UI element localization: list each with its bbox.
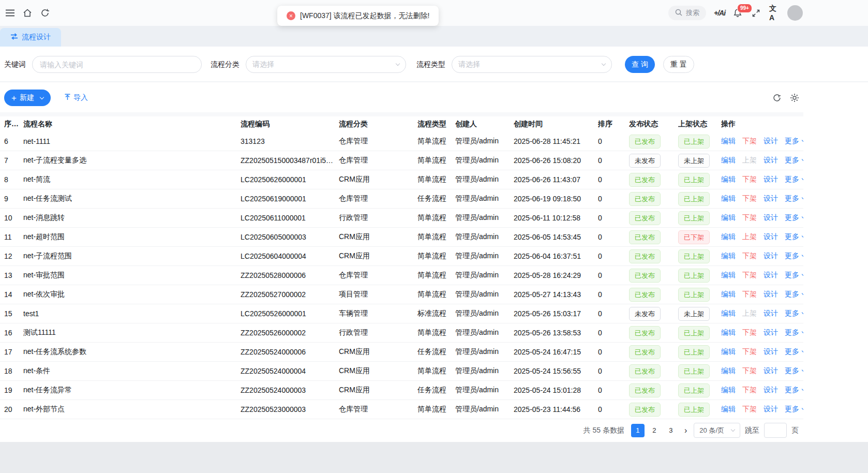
ai-assistant-icon[interactable]: +/Ai (715, 8, 724, 18)
chevron-down-icon (802, 157, 803, 161)
table-refresh-icon[interactable] (772, 93, 782, 102)
edit-link[interactable]: 编辑 (721, 252, 736, 261)
row-actions: 编辑下架设计更多 (721, 137, 803, 146)
take-down-link[interactable]: 下架 (742, 347, 757, 357)
more-link[interactable]: 更多 (785, 137, 803, 146)
design-link[interactable]: 设计 (764, 175, 778, 184)
reset-button[interactable]: 重 置 (663, 56, 694, 73)
take-down-link[interactable]: 下架 (742, 137, 757, 146)
put-on-shelf-link[interactable]: 上架 (742, 232, 757, 242)
design-link[interactable]: 设计 (764, 386, 778, 395)
take-down-link[interactable]: 下架 (742, 386, 757, 395)
edit-link[interactable]: 编辑 (721, 232, 736, 242)
edit-link[interactable]: 编辑 (721, 175, 736, 184)
design-link[interactable]: 设计 (764, 232, 778, 242)
create-button[interactable]: + 新建 (4, 90, 51, 106)
publish-status-badge: 未发布 (629, 307, 661, 321)
more-link[interactable]: 更多 (785, 213, 803, 223)
refresh-icon[interactable] (40, 8, 50, 18)
flow-code: LC20250626000001 (241, 175, 339, 184)
take-down-link[interactable]: 下架 (742, 366, 757, 376)
more-link[interactable]: 更多 (785, 309, 803, 318)
user-avatar[interactable] (787, 5, 803, 21)
take-down-link[interactable]: 下架 (742, 194, 757, 203)
flow-code: ZZ20250524000006 (241, 348, 339, 356)
take-down-link[interactable]: 下架 (742, 175, 757, 184)
more-link[interactable]: 更多 (785, 175, 803, 184)
topbar: × [WF0037] 该流程已发起数据，无法删除! 搜索 +/Ai 99+ 文A (0, 0, 868, 26)
take-down-link[interactable]: 下架 (742, 405, 757, 414)
category-select[interactable]: 请选择 (246, 56, 406, 73)
fullscreen-icon[interactable] (751, 8, 760, 18)
pager-pages: 123 (631, 424, 678, 437)
take-down-link[interactable]: 下架 (742, 213, 757, 223)
more-link[interactable]: 更多 (785, 194, 803, 203)
edit-link[interactable]: 编辑 (721, 328, 736, 337)
publish-status-badge: 已发布 (629, 230, 661, 244)
flow-design-icon (10, 33, 18, 41)
chevron-down-icon (802, 196, 803, 200)
put-on-shelf-link[interactable]: 上架 (742, 156, 757, 165)
design-link[interactable]: 设计 (764, 366, 778, 376)
edit-link[interactable]: 编辑 (721, 271, 736, 280)
type-select[interactable]: 请选择 (452, 56, 612, 73)
more-link[interactable]: 更多 (785, 405, 803, 414)
more-link[interactable]: 更多 (785, 271, 803, 280)
take-down-link[interactable]: 下架 (742, 252, 757, 261)
column-header-0: 序号 (4, 120, 23, 129)
page-size-select[interactable]: 20 条/页 (694, 423, 740, 438)
page-button-2[interactable]: 2 (648, 424, 661, 437)
search-button[interactable]: 查 询 (625, 56, 655, 73)
more-link[interactable]: 更多 (785, 290, 803, 299)
edit-link[interactable]: 编辑 (721, 366, 736, 376)
edit-link[interactable]: 编辑 (721, 386, 736, 395)
more-link[interactable]: 更多 (785, 328, 803, 337)
more-link[interactable]: 更多 (785, 252, 803, 261)
edit-link[interactable]: 编辑 (721, 347, 736, 357)
edit-link[interactable]: 编辑 (721, 156, 736, 165)
design-link[interactable]: 设计 (764, 156, 778, 165)
edit-link[interactable]: 编辑 (721, 194, 736, 203)
more-link[interactable]: 更多 (785, 156, 803, 165)
edit-link[interactable]: 编辑 (721, 213, 736, 223)
page-button-3[interactable]: 3 (664, 424, 678, 437)
design-link[interactable]: 设计 (764, 290, 778, 299)
design-link[interactable]: 设计 (764, 347, 778, 357)
edit-link[interactable]: 编辑 (721, 290, 736, 299)
more-link[interactable]: 更多 (785, 232, 803, 242)
take-down-link[interactable]: 下架 (742, 290, 757, 299)
hamburger-menu-icon[interactable] (5, 8, 14, 18)
tab-flow-design[interactable]: 流程设计 (0, 28, 61, 47)
jump-prefix-label: 跳至 (745, 426, 759, 435)
put-on-shelf-link[interactable]: 上架 (742, 309, 757, 318)
home-icon[interactable] (23, 8, 32, 18)
notifications-bell-icon[interactable]: 99+ (733, 8, 742, 18)
edit-link[interactable]: 编辑 (721, 309, 736, 318)
search-icon (675, 9, 682, 18)
keyword-input[interactable] (32, 56, 202, 73)
design-link[interactable]: 设计 (764, 405, 778, 414)
page-button-1[interactable]: 1 (631, 424, 645, 437)
design-link[interactable]: 设计 (764, 328, 778, 337)
take-down-link[interactable]: 下架 (742, 328, 757, 337)
global-search-input[interactable]: 搜索 (668, 6, 706, 20)
edit-link[interactable]: 编辑 (721, 137, 736, 146)
design-link[interactable]: 设计 (764, 252, 778, 261)
design-link[interactable]: 设计 (764, 194, 778, 203)
import-button[interactable]: 导入 (64, 93, 88, 102)
jump-page-input[interactable] (764, 423, 787, 438)
take-down-link[interactable]: 下架 (742, 271, 757, 280)
more-link[interactable]: 更多 (785, 366, 803, 376)
translate-icon[interactable]: 文A (769, 8, 779, 18)
design-link[interactable]: 设计 (764, 137, 778, 146)
design-link[interactable]: 设计 (764, 309, 778, 318)
more-link[interactable]: 更多 (785, 386, 803, 395)
design-link[interactable]: 设计 (764, 271, 778, 280)
table-settings-gear-icon[interactable] (790, 93, 799, 102)
next-page-button[interactable]: › (682, 426, 689, 435)
edit-link[interactable]: 编辑 (721, 405, 736, 414)
more-link[interactable]: 更多 (785, 347, 803, 357)
design-link[interactable]: 设计 (764, 213, 778, 223)
flow-category: CRM应用 (339, 252, 417, 261)
column-header-8: 发布状态 (629, 120, 678, 129)
